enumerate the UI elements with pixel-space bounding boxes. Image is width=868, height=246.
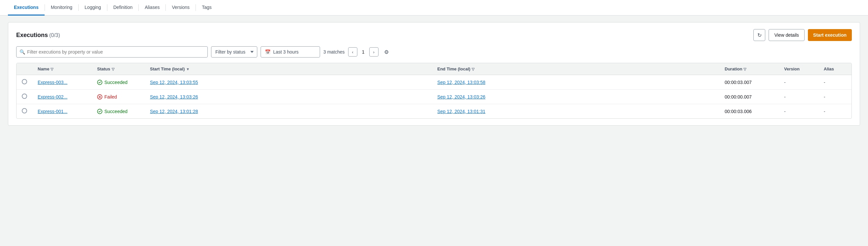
col-header-alias: Alias (818, 63, 851, 75)
col-header-version: Version (779, 63, 818, 75)
col-label-version: Version (784, 66, 800, 72)
end-time-link-1[interactable]: Sep 12, 2024, 13:03:26 (437, 94, 486, 100)
sort-icon-duration: ▽ (743, 67, 746, 72)
col-label-alias: Alias (824, 66, 834, 72)
col-header-end_time[interactable]: End Time (local)▽ (432, 63, 719, 75)
row-radio-0[interactable] (22, 79, 27, 84)
row-end-time-0: Sep 12, 2024, 13:03:58 (432, 75, 719, 90)
prev-page-button[interactable]: ‹ (348, 47, 358, 57)
filter-bar: 🔍 Filter by statusSucceededFailedRunning… (16, 46, 852, 57)
table-row: Express-001...SucceededSep 12, 2024, 13:… (17, 104, 851, 119)
tab-executions[interactable]: Executions (8, 0, 44, 16)
matches-label: 3 matches (323, 49, 345, 55)
row-status-0: Succeeded (92, 75, 145, 90)
status-badge-2: Succeeded (97, 109, 140, 114)
start-execution-button[interactable]: Start execution (808, 29, 852, 41)
row-duration-2: 00:00:03.006 (719, 104, 779, 119)
time-range-icon: 📅 (265, 49, 271, 55)
row-check-0 (17, 75, 32, 90)
card-header: Executions (0/3) ↻ View details Start ex… (16, 29, 852, 41)
col-header-start_time[interactable]: Start Time (local)▼ (145, 63, 432, 75)
col-header-name[interactable]: Name▽ (32, 63, 92, 75)
row-radio-2[interactable] (22, 108, 27, 113)
col-label-start_time: Start Time (local) (150, 66, 185, 72)
page-number: 1 (359, 47, 368, 57)
search-icon: 🔍 (20, 49, 25, 55)
col-label-end_time: End Time (local) (437, 66, 470, 72)
col-label-duration: Duration (725, 66, 742, 72)
table-row: Express-003...SucceededSep 12, 2024, 13:… (17, 75, 851, 90)
header-row: Name▽Status▽Start Time (local)▼End Time … (17, 63, 851, 75)
time-range-filter[interactable]: 📅 Last 3 hours (260, 46, 320, 57)
row-end-time-1: Sep 12, 2024, 13:03:26 (432, 90, 719, 104)
table: Name▽Status▽Start Time (local)▼End Time … (17, 63, 851, 118)
col-header-duration[interactable]: Duration▽ (719, 63, 779, 75)
tab-logging[interactable]: Logging (79, 0, 107, 16)
row-check-2 (17, 104, 32, 119)
pagination: ‹ 1 › (348, 47, 378, 57)
status-badge-0: Succeeded (97, 80, 140, 85)
row-start-time-2: Sep 12, 2024, 13:01:28 (145, 104, 432, 119)
execution-link-1[interactable]: Express-002... (38, 94, 67, 100)
card-title: Executions (16, 32, 48, 38)
time-range-label: Last 3 hours (273, 49, 299, 55)
status-filter-select[interactable]: Filter by statusSucceededFailedRunningTi… (211, 46, 257, 57)
row-status-2: Succeeded (92, 104, 145, 119)
row-alias-2: - (818, 104, 851, 119)
tab-monitoring[interactable]: Monitoring (45, 0, 78, 16)
start-time-link-0[interactable]: Sep 12, 2024, 13:03:55 (150, 80, 198, 85)
tab-aliases[interactable]: Aliases (139, 0, 165, 16)
sort-icon-name: ▽ (51, 67, 53, 72)
row-name-0: Express-003... (32, 75, 92, 90)
table-settings-button[interactable]: ⚙ (382, 47, 391, 57)
execution-link-2[interactable]: Express-001... (38, 109, 67, 114)
row-start-time-1: Sep 12, 2024, 13:03:26 (145, 90, 432, 104)
next-page-button[interactable]: › (369, 47, 378, 57)
sort-icon-status: ▽ (112, 67, 114, 72)
tab-definition[interactable]: Definition (107, 0, 138, 16)
status-label-2: Succeeded (104, 109, 127, 114)
row-version-1: - (779, 90, 818, 104)
col-header-status[interactable]: Status▽ (92, 63, 145, 75)
table-header: Name▽Status▽Start Time (local)▼End Time … (17, 63, 851, 75)
tab-versions[interactable]: Versions (166, 0, 195, 16)
row-duration-1: 00:00:00.007 (719, 90, 779, 104)
end-time-link-0[interactable]: Sep 12, 2024, 13:03:58 (437, 80, 486, 85)
success-icon (97, 80, 102, 85)
status-label-0: Succeeded (104, 80, 127, 85)
card-title-wrap: Executions (0/3) (16, 32, 60, 39)
row-start-time-0: Sep 12, 2024, 13:03:55 (145, 75, 432, 90)
tab-bar: ExecutionsMonitoringLoggingDefinitionAli… (0, 0, 868, 16)
executions-table: Name▽Status▽Start Time (local)▼End Time … (16, 63, 852, 119)
row-alias-0: - (818, 75, 851, 90)
header-actions: ↻ View details Start execution (753, 29, 852, 41)
executions-card: Executions (0/3) ↻ View details Start ex… (8, 22, 860, 126)
search-wrap: 🔍 (16, 46, 208, 57)
status-badge-1: Failed (97, 94, 140, 100)
execution-link-0[interactable]: Express-003... (38, 80, 67, 85)
col-label-status: Status (97, 66, 110, 72)
end-time-link-2[interactable]: Sep 12, 2024, 13:01:31 (437, 109, 486, 114)
tab-tags[interactable]: Tags (196, 0, 218, 16)
row-name-1: Express-002... (32, 90, 92, 104)
col-header-check (17, 63, 32, 75)
col-label-name: Name (38, 66, 49, 72)
success-icon (97, 109, 102, 114)
row-check-1 (17, 90, 32, 104)
refresh-button[interactable]: ↻ (753, 29, 765, 41)
failed-icon (97, 94, 102, 100)
search-input[interactable] (16, 46, 208, 57)
row-radio-1[interactable] (22, 93, 27, 99)
row-alias-1: - (818, 90, 851, 104)
row-version-0: - (779, 75, 818, 90)
table-row: Express-002...FailedSep 12, 2024, 13:03:… (17, 90, 851, 104)
row-name-2: Express-001... (32, 104, 92, 119)
table-body: Express-003...SucceededSep 12, 2024, 13:… (17, 75, 851, 119)
sort-icon-end_time: ▽ (472, 67, 474, 72)
main-content: Executions (0/3) ↻ View details Start ex… (0, 16, 868, 132)
view-details-button[interactable]: View details (769, 29, 804, 41)
row-end-time-2: Sep 12, 2024, 13:01:31 (432, 104, 719, 119)
status-label-1: Failed (104, 94, 117, 100)
start-time-link-2[interactable]: Sep 12, 2024, 13:01:28 (150, 109, 198, 114)
start-time-link-1[interactable]: Sep 12, 2024, 13:03:26 (150, 94, 198, 100)
